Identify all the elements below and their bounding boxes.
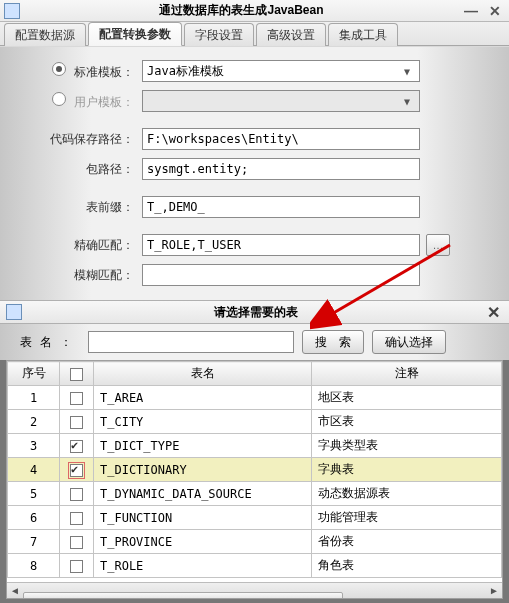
cell-comment: 市区表: [312, 410, 502, 434]
cell-idx: 7: [8, 530, 60, 554]
picker-titlebar: 请选择需要的表 ✕: [0, 300, 509, 324]
cell-idx: 6: [8, 506, 60, 530]
cell-idx: 2: [8, 410, 60, 434]
cell-check[interactable]: [60, 434, 94, 458]
cell-idx: 8: [8, 554, 60, 578]
row-checkbox[interactable]: [70, 392, 83, 405]
table-row[interactable]: 2T_CITY市区表: [8, 410, 502, 434]
horizontal-scrollbar[interactable]: ◄ ►: [7, 582, 502, 598]
cell-check[interactable]: [60, 386, 94, 410]
app-icon: [6, 304, 22, 320]
search-label: 表名：: [18, 334, 88, 351]
pkg-input[interactable]: sysmgt.entity;: [142, 158, 420, 180]
std-template-radio-wrap[interactable]: 标准模板：: [30, 62, 142, 81]
row-checkbox[interactable]: [70, 416, 83, 429]
checkall-checkbox[interactable]: [70, 368, 83, 381]
col-checkall[interactable]: [60, 362, 94, 386]
cell-name: T_PROVINCE: [94, 530, 312, 554]
table-row[interactable]: 7T_PROVINCE省份表: [8, 530, 502, 554]
col-name[interactable]: 表名: [94, 362, 312, 386]
cell-comment: 省份表: [312, 530, 502, 554]
tab-1[interactable]: 配置转换参数: [88, 22, 182, 46]
tab-3[interactable]: 高级设置: [256, 23, 326, 46]
search-input[interactable]: [88, 331, 294, 353]
cell-idx: 1: [8, 386, 60, 410]
fuzzy-input[interactable]: [142, 264, 420, 286]
cell-idx: 5: [8, 482, 60, 506]
save-path-label: 代码保存路径：: [30, 131, 142, 148]
pkg-label: 包路径：: [30, 161, 142, 178]
search-button[interactable]: 搜 索: [302, 330, 364, 354]
config-window: 通过数据库的表生成JavaBean — ✕ 配置数据源配置转换参数字段设置高级设…: [0, 0, 509, 300]
std-template-radio[interactable]: [52, 62, 66, 76]
picker-close-button[interactable]: ✕: [483, 303, 503, 322]
tab-4[interactable]: 集成工具: [328, 23, 398, 46]
exact-input[interactable]: T_ROLE,T_USER: [142, 234, 420, 256]
table-wrap: 序号 表名 注释 1T_AREA地区表2T_CITY市区表3T_DICT_TYP…: [6, 360, 503, 599]
close-button[interactable]: ✕: [485, 3, 505, 19]
cell-comment: 字典类型表: [312, 434, 502, 458]
pkg-value: sysmgt.entity;: [147, 162, 248, 176]
fuzzy-label: 模糊匹配：: [30, 267, 142, 284]
search-button-label: 搜 索: [315, 334, 351, 351]
tab-0[interactable]: 配置数据源: [4, 23, 86, 46]
col-comment[interactable]: 注释: [312, 362, 502, 386]
col-idx[interactable]: 序号: [8, 362, 60, 386]
table: 序号 表名 注释 1T_AREA地区表2T_CITY市区表3T_DICT_TYP…: [7, 361, 502, 578]
user-template-radio[interactable]: [52, 92, 66, 106]
picker-window: 请选择需要的表 ✕ 表名： 搜 索 确认选择 序号 表名 注释 1T_AREA地…: [0, 300, 509, 603]
cell-name: T_ROLE: [94, 554, 312, 578]
table-header-row: 序号 表名 注释: [8, 362, 502, 386]
user-template-combo: ▼: [142, 90, 420, 112]
row-checkbox[interactable]: [70, 560, 83, 573]
confirm-button-label: 确认选择: [385, 334, 433, 351]
prefix-label: 表前缀：: [30, 199, 142, 216]
row-checkbox[interactable]: [70, 536, 83, 549]
row-checkbox[interactable]: [70, 512, 83, 525]
picker-title: 请选择需要的表: [28, 304, 483, 321]
cell-idx: 3: [8, 434, 60, 458]
cell-check[interactable]: [60, 554, 94, 578]
cell-check[interactable]: [60, 530, 94, 554]
save-path-input[interactable]: F:\workspaces\Entity\: [142, 128, 420, 150]
table-row[interactable]: 1T_AREA地区表: [8, 386, 502, 410]
app-icon: [4, 3, 20, 19]
minimize-button[interactable]: —: [461, 3, 481, 19]
table-row[interactable]: 6T_FUNCTION功能管理表: [8, 506, 502, 530]
cell-comment: 功能管理表: [312, 506, 502, 530]
row-checkbox[interactable]: [70, 488, 83, 501]
tab-2[interactable]: 字段设置: [184, 23, 254, 46]
scroll-right-icon[interactable]: ►: [486, 583, 502, 599]
scroll-left-icon[interactable]: ◄: [7, 583, 23, 599]
exact-value: T_ROLE,T_USER: [147, 238, 241, 252]
scroll-thumb[interactable]: [23, 592, 343, 600]
row-checkbox[interactable]: [70, 464, 83, 477]
table-row[interactable]: 8T_ROLE角色表: [8, 554, 502, 578]
prefix-input[interactable]: T_,DEMO_: [142, 196, 420, 218]
cell-check[interactable]: [60, 506, 94, 530]
confirm-button[interactable]: 确认选择: [372, 330, 446, 354]
titlebar: 通过数据库的表生成JavaBean — ✕: [0, 0, 509, 22]
cell-name: T_AREA: [94, 386, 312, 410]
search-bar: 表名： 搜 索 确认选择: [0, 324, 509, 360]
std-template-combo[interactable]: Java标准模板 ▼: [142, 60, 420, 82]
table-row[interactable]: 5T_DYNAMIC_DATA_SOURCE动态数据源表: [8, 482, 502, 506]
cell-name: T_DICT_TYPE: [94, 434, 312, 458]
user-template-label: 用户模板：: [74, 95, 134, 109]
exact-label: 精确匹配：: [30, 237, 142, 254]
form-area: 标准模板： Java标准模板 ▼ 用户模板： ▼ 代码保存路径： F:\work…: [0, 46, 509, 300]
cell-check[interactable]: [60, 482, 94, 506]
row-checkbox[interactable]: [70, 440, 83, 453]
cell-name: T_CITY: [94, 410, 312, 434]
user-template-radio-wrap[interactable]: 用户模板：: [30, 92, 142, 111]
exact-browse-button[interactable]: …: [426, 234, 450, 256]
window-title: 通过数据库的表生成JavaBean: [26, 2, 457, 19]
cell-check[interactable]: [60, 410, 94, 434]
cell-check[interactable]: [60, 458, 94, 482]
cell-comment: 地区表: [312, 386, 502, 410]
std-template-value: Java标准模板: [147, 63, 224, 80]
table-row[interactable]: 4T_DICTIONARY字典表: [8, 458, 502, 482]
save-path-value: F:\workspaces\Entity\: [147, 132, 299, 146]
table-row[interactable]: 3T_DICT_TYPE字典类型表: [8, 434, 502, 458]
chevron-down-icon: ▼: [399, 66, 415, 77]
